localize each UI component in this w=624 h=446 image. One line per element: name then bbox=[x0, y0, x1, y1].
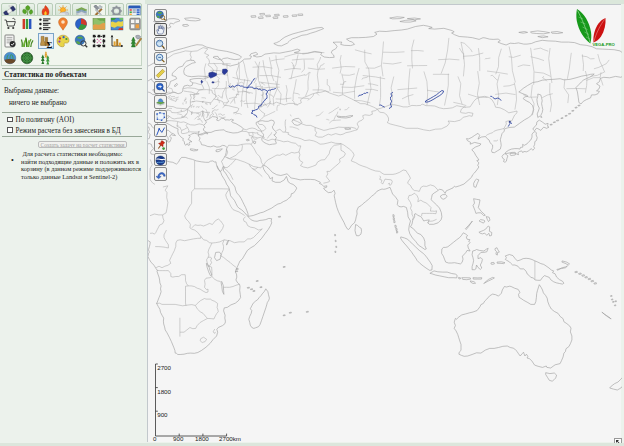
svg-text:2700: 2700 bbox=[157, 364, 171, 371]
svg-text:1800: 1800 bbox=[195, 435, 209, 442]
svg-text:900: 900 bbox=[157, 411, 168, 418]
svg-text:2700km: 2700km bbox=[219, 435, 241, 442]
svg-text:VEGA-PRO: VEGA-PRO bbox=[593, 42, 616, 47]
svg-text:0: 0 bbox=[153, 435, 157, 442]
svg-text:900: 900 bbox=[173, 435, 184, 442]
svg-text:1800: 1800 bbox=[157, 388, 171, 395]
